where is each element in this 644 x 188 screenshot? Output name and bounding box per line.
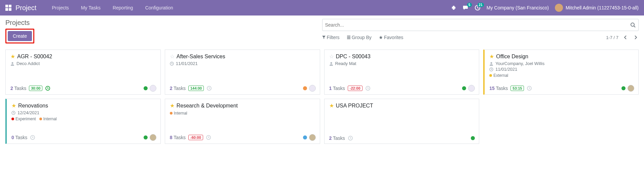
nav-right: 5 21 My Company (San Francisco) Mitchell… [451,4,639,12]
status-dot[interactable] [144,86,148,90]
user-menu[interactable]: Mitchell Admin (11227453-15-0-all) [555,4,639,12]
search-input[interactable] [325,22,631,28]
date-value: 11/01/2021 [495,67,517,72]
favorites-button[interactable]: Favorites [379,35,404,40]
status-dot[interactable] [462,86,466,90]
person-icon [489,62,493,66]
svg-rect-2 [5,8,8,11]
task-count[interactable]: 8 Tasks [170,135,186,140]
favorite-star-icon[interactable]: ★ [11,102,16,109]
svg-point-15 [491,62,492,64]
status-dot[interactable] [303,135,307,139]
date-line: 12/24/2021 [11,110,156,115]
messaging-icon[interactable]: 5 [462,5,468,11]
debug-icon[interactable] [451,5,456,10]
person-icon [10,62,14,66]
project-card[interactable]: ★ Office Design YourCompany, Joel Willis… [483,50,639,95]
favorite-star-icon[interactable]: ★ [10,53,15,60]
timesheet-clock-icon[interactable] [30,135,35,140]
project-card[interactable]: ☆ DPC - S00043 Ready Mat 1 Tasks -22:00 [324,50,480,95]
date-line: 11/01/2021 [170,61,316,66]
date-value: 12/24/2021 [17,110,39,115]
status-dot[interactable] [621,86,626,90]
app-brand[interactable]: Project [15,4,36,12]
timesheet-clock-icon[interactable] [527,86,532,91]
nav-link-projects[interactable]: Projects [46,0,75,15]
timesheet-clock-icon[interactable] [206,86,212,91]
favorite-star-icon[interactable]: ☆ [329,53,334,60]
nav-link-reporting[interactable]: Reporting [107,0,139,15]
tag: Internal [170,111,187,116]
create-button[interactable]: Create [8,31,32,41]
assignee-avatar-icon[interactable] [309,134,316,141]
svg-point-9 [12,62,13,64]
kanban-view: ★ AGR - S00042 Deco Addict 2 Tasks 30:00… [0,43,644,150]
status-dot[interactable] [471,136,475,140]
project-card[interactable]: ☆ After-Sales Services 11/01/2021 2 Task… [165,50,320,95]
top-navbar: Project Projects My Tasks Reporting Conf… [0,0,644,15]
hours-pill: 144:00 [188,86,204,91]
assignee-avatar-icon[interactable] [309,85,316,92]
partner-name: YourCompany, Joel Willis [495,61,544,66]
groupby-label: Group By [352,35,372,40]
search-icon[interactable] [630,22,636,28]
tags: Internal [170,111,316,116]
task-count[interactable]: 15 Tasks [489,86,508,91]
favorite-star-icon[interactable]: ★ [329,102,334,109]
timesheet-clock-icon[interactable] [365,86,371,91]
pager-next[interactable] [633,34,639,41]
task-count[interactable]: 2 Tasks [170,86,186,91]
pager-prev[interactable] [622,34,629,41]
filters-button[interactable]: Filters [322,35,340,40]
partner-line: YourCompany, Joel Willis [489,61,634,66]
partner-line: Deco Addict [10,61,156,66]
favorite-star-icon[interactable]: ★ [489,53,494,60]
date-value: 11/01/2021 [176,61,198,66]
project-card[interactable]: ★ USA PROJECT 2 Tasks [324,99,480,144]
apps-icon[interactable] [5,5,11,11]
project-title: Office Design [496,54,528,60]
svg-rect-3 [9,8,11,11]
timesheet-clock-icon[interactable] [45,86,50,91]
task-count[interactable]: 2 Tasks [10,86,26,91]
svg-rect-6 [347,36,350,36]
assignee-avatar-icon[interactable] [468,85,475,92]
project-title: Research & Development [177,103,238,109]
tag: Internal [39,117,57,121]
activity-icon[interactable]: 21 [475,5,481,11]
search-box[interactable] [322,19,639,31]
assignee-avatar-icon[interactable] [150,85,156,92]
assignee-avatar-icon[interactable] [150,134,156,141]
control-panel: Projects Create Filters Group By [0,15,644,43]
pager: 1-7 / 7 [606,34,639,41]
pager-text: 1-7 / 7 [606,35,618,40]
project-title: USA PROJECT [336,103,373,109]
user-name: Mitchell Admin (11227453-15-0-all) [566,5,639,10]
timesheet-clock-icon[interactable] [348,135,353,141]
assignee-avatar-icon[interactable] [628,85,634,92]
timesheet-clock-icon[interactable] [206,135,211,140]
filter-icon [322,36,326,39]
hours-pill: -22:00 [348,86,363,91]
tag: External [489,73,508,78]
favorite-star-icon[interactable]: ★ [170,102,175,109]
task-count[interactable]: 0 Tasks [11,135,27,140]
project-card[interactable]: ★ Research & Development Internal 8 Task… [165,99,320,144]
task-count[interactable]: 1 Tasks [329,86,345,91]
status-dot[interactable] [303,86,307,90]
groupby-button[interactable]: Group By [347,35,372,40]
list-icon [347,36,350,39]
project-card[interactable]: ★ Renovations 12/24/2021 ExperimentInter… [5,99,161,144]
nav-link-configuration[interactable]: Configuration [139,0,179,15]
favorite-star-icon[interactable]: ☆ [170,53,175,60]
task-count[interactable]: 2 Tasks [329,135,345,141]
clock-icon [170,62,174,66]
tag-label: External [493,73,508,78]
company-switcher[interactable]: My Company (San Francisco) [487,5,549,10]
tag: Experiment [11,117,36,121]
project-card[interactable]: ★ AGR - S00042 Deco Addict 2 Tasks 30:00 [5,50,161,95]
nav-link-mytasks[interactable]: My Tasks [75,0,107,15]
tag-label: Experiment [15,117,36,121]
status-dot[interactable] [144,135,148,139]
breadcrumb: Projects [5,19,322,27]
